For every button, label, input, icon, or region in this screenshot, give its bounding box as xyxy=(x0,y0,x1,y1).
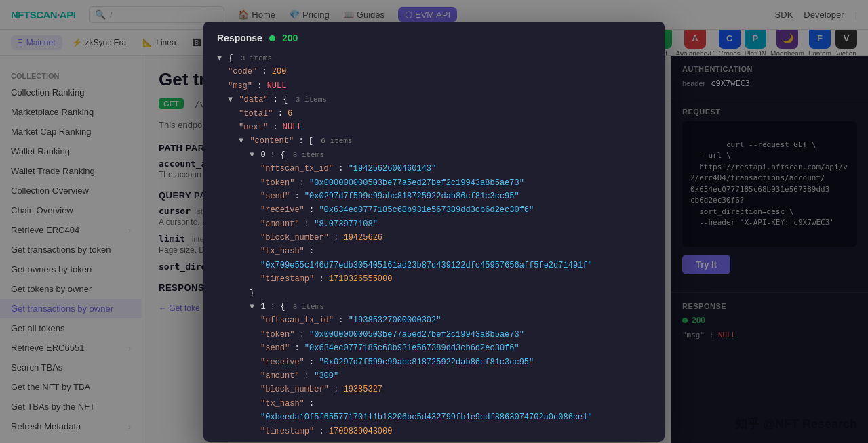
json-next-line: "next" : NULL xyxy=(217,121,651,134)
json-item0-close: } xyxy=(217,287,651,300)
item1-count: 8 items xyxy=(293,303,324,311)
json-root-open: ▼ { 3 items xyxy=(217,51,651,65)
json-viewer: ▼ { 3 items "code" : 200 "msg" : NULL ▼ … xyxy=(217,51,651,438)
content-items-count: 6 items xyxy=(321,137,352,145)
collapse-item1[interactable]: ▼ xyxy=(250,302,254,312)
json-item0-field3: "receive" : "0x634ec0777185c68b931e56738… xyxy=(217,203,651,217)
msg-key: "msg" xyxy=(228,81,252,91)
total-value: 6 xyxy=(288,109,292,119)
modal-title: Response xyxy=(217,33,262,43)
json-content-open: ▼ "content" : [ 6 items xyxy=(217,134,651,148)
json-item0-field7: "timestamp" : 1710326555000 xyxy=(217,272,651,286)
json-item0-field0: "nftscan_tx_id" : "1942562600460143" xyxy=(217,162,651,175)
modal-header: Response 200 xyxy=(217,33,651,43)
data-items-count: 3 items xyxy=(296,96,327,104)
json-item1-field1: "token" : "0x000000000503be77a5ed27bef2c… xyxy=(217,328,651,341)
json-item0-field4: "amount" : "8.073977108" xyxy=(217,217,651,231)
msg-value: NULL xyxy=(267,81,287,91)
json-item1-open: ▼ 1 : { 8 items xyxy=(217,300,651,314)
content-key: "content" xyxy=(250,136,294,146)
json-msg-line: "msg" : NULL xyxy=(217,79,651,93)
code-value: 200 xyxy=(272,67,287,77)
collapse-item0[interactable]: ▼ xyxy=(250,150,254,160)
next-key: "next" xyxy=(239,123,268,132)
json-item0-field6: "tx_hash" : "0x709e55c146d77edb305405161… xyxy=(217,245,651,272)
modal: Response 200 ▼ { 3 items "code" : 200 "m… xyxy=(203,22,665,442)
next-value: NULL xyxy=(283,123,302,132)
modal-status-dot xyxy=(269,35,275,41)
collapse-root[interactable]: ▼ xyxy=(217,54,222,63)
data-key: "data" xyxy=(239,95,268,104)
collapse-content[interactable]: ▼ xyxy=(239,136,243,146)
json-total-line: "total" : 6 xyxy=(217,107,651,121)
item0-count: 8 items xyxy=(293,151,324,159)
json-item1-field2: "send" : "0x634ec0777185c68b931e567389dd… xyxy=(217,341,651,355)
json-data-open: ▼ "data" : { 3 items xyxy=(217,93,651,106)
json-item1-field3: "receive" : "0x0297d7f599c99abc818725922… xyxy=(217,356,651,369)
json-item1-field4: "amount" : "300" xyxy=(217,369,651,383)
json-item0-field5: "block_number" : 19425626 xyxy=(217,231,651,245)
modal-status-code: 200 xyxy=(282,33,298,43)
collapse-data[interactable]: ▼ xyxy=(228,95,233,104)
json-code-line: "code" : 200 xyxy=(217,65,651,79)
code-key: "code" xyxy=(228,67,257,77)
root-count: 3 items xyxy=(241,54,272,62)
json-item0-open: ▼ 0 : { 8 items xyxy=(217,148,651,162)
json-item0-field1: "token" : "0x000000000503be77a5ed27bef2c… xyxy=(217,176,651,190)
modal-overlay[interactable]: Response 200 ▼ { 3 items "code" : 200 "m… xyxy=(0,0,868,443)
json-item1-field6: "tx_hash" : "0xbeeda10f5f65577170111b182… xyxy=(217,397,651,425)
json-item0-field2: "send" : "0x0297d7f599c99abc818725922dab… xyxy=(217,190,651,203)
total-key: "total" xyxy=(239,109,273,119)
watermark: 知乎 @NFT Research xyxy=(735,416,857,432)
json-item1-field5: "block_number" : 19385327 xyxy=(217,383,651,396)
json-item1-field0: "nftscan_tx_id" : "19385327000000302" xyxy=(217,314,651,327)
json-item1-field7: "timestamp" : 1709839043000 xyxy=(217,425,651,438)
